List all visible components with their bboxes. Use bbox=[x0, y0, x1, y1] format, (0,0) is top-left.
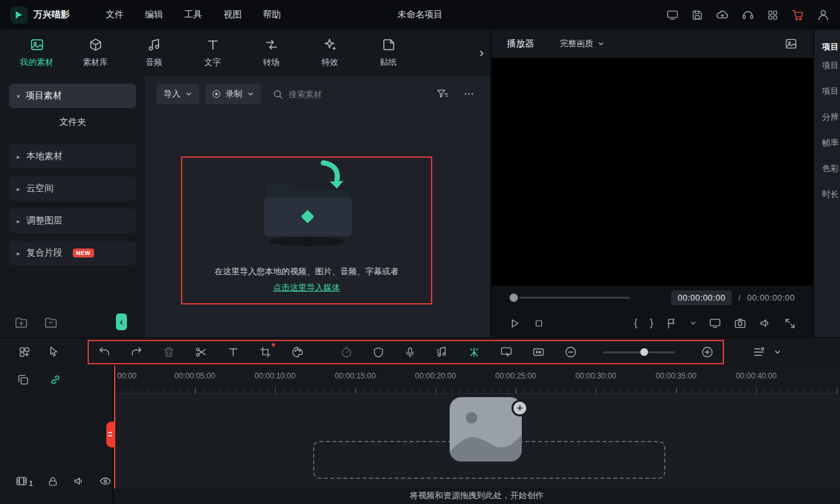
tab-label: 特效 bbox=[321, 57, 338, 68]
fit-timeline-icon[interactable] bbox=[532, 346, 545, 359]
undo-icon[interactable] bbox=[98, 346, 111, 359]
property-item[interactable]: 帧率 bbox=[814, 130, 840, 156]
property-item[interactable]: 时长 bbox=[814, 182, 840, 207]
select-tool-icon[interactable] bbox=[48, 346, 60, 359]
import-button[interactable]: 导入 bbox=[157, 84, 199, 104]
video-preview[interactable] bbox=[492, 58, 813, 286]
redo-icon[interactable] bbox=[130, 346, 143, 359]
expand-fullscreen-icon[interactable] bbox=[784, 317, 796, 330]
menu-help[interactable]: 帮助 bbox=[263, 9, 281, 21]
caret-right-icon: ▸ bbox=[17, 185, 20, 192]
color-palette-icon[interactable] bbox=[291, 346, 304, 359]
chevron-down-icon[interactable] bbox=[690, 320, 696, 326]
zoom-slider[interactable] bbox=[603, 351, 675, 353]
timeline-ruler[interactable]: 00:00 00:00:05:00 00:00:10:00 00:00:15:0… bbox=[113, 366, 840, 394]
property-item[interactable]: 分辨 bbox=[814, 104, 840, 130]
track-height-icon[interactable] bbox=[752, 346, 765, 359]
playhead-handle[interactable] bbox=[106, 422, 115, 447]
quality-dropdown[interactable]: 完整画质 bbox=[560, 38, 604, 50]
property-item[interactable]: 项目 bbox=[814, 79, 840, 104]
import-area: 在这里导入您本地的视频、图片、音频、字幕或者 点击这里导入媒体 bbox=[145, 112, 490, 337]
project-title: 未命名项目 bbox=[397, 9, 443, 21]
duplicate-clip-icon[interactable] bbox=[17, 373, 30, 386]
more-options-icon[interactable] bbox=[463, 88, 475, 100]
zoom-slider-thumb[interactable] bbox=[640, 348, 648, 356]
sidebar-item-local-media[interactable]: ▸ 本地素材 bbox=[9, 144, 136, 169]
audio-sync-icon[interactable] bbox=[435, 346, 448, 359]
screen-record-icon[interactable] bbox=[500, 346, 513, 359]
split-scissors-icon[interactable] bbox=[195, 346, 207, 359]
marker-button[interactable] bbox=[665, 317, 678, 330]
menu-tools[interactable]: 工具 bbox=[184, 9, 202, 21]
timeline-toolbar bbox=[0, 337, 840, 366]
menu-file[interactable]: 文件 bbox=[106, 9, 124, 21]
property-item[interactable]: 色彩 bbox=[814, 156, 840, 182]
preview-snapshot-icon[interactable] bbox=[785, 37, 797, 50]
sidebar-item-project-media[interactable]: ▾ 项目素材 bbox=[9, 84, 136, 108]
seek-track[interactable] bbox=[519, 297, 630, 299]
zoom-in-icon[interactable] bbox=[701, 346, 714, 359]
search-input[interactable] bbox=[289, 89, 372, 99]
tab-transitions[interactable]: 转场 bbox=[250, 37, 292, 68]
app-title: 万兴喵影 bbox=[33, 9, 70, 21]
cloud-upload-icon[interactable] bbox=[716, 8, 729, 22]
menu-edit[interactable]: 编辑 bbox=[145, 9, 163, 21]
mute-track-icon[interactable] bbox=[73, 475, 85, 487]
crop-tool-icon[interactable] bbox=[259, 346, 272, 359]
delete-icon[interactable] bbox=[162, 346, 175, 359]
snapshot-camera-icon[interactable] bbox=[734, 317, 747, 330]
filter-icon[interactable] bbox=[436, 88, 449, 100]
speed-ramp-icon[interactable] bbox=[340, 346, 353, 359]
stabilize-shield-icon[interactable] bbox=[372, 346, 385, 359]
support-headset-icon[interactable] bbox=[741, 8, 754, 21]
export-display-icon[interactable] bbox=[666, 8, 679, 21]
tab-label: 素材库 bbox=[83, 57, 108, 68]
collapse-sidebar-button[interactable]: ‹ bbox=[116, 313, 127, 330]
stock-library-icon bbox=[88, 37, 103, 52]
account-icon[interactable] bbox=[817, 8, 830, 21]
sidebar-item-compound-clip[interactable]: ▸ 复合片段 NEW bbox=[9, 241, 136, 265]
tab-my-media[interactable]: 我的素材 bbox=[15, 37, 58, 68]
sidebar-item-adjustment-layer[interactable]: ▸ 调整图层 bbox=[9, 209, 136, 233]
effects-star-icon bbox=[323, 37, 338, 52]
mark-in-button[interactable]: { bbox=[634, 317, 637, 329]
properties-panel: 项目 项目 项目 分辨 帧率 色彩 时长 bbox=[813, 30, 840, 337]
fullscreen-display-icon[interactable] bbox=[709, 317, 721, 330]
tab-stickers[interactable]: 贴纸 bbox=[367, 37, 410, 68]
main-area: 我的素材 素材库 音频 文字 转场 特效 bbox=[0, 30, 840, 337]
chevron-down-icon[interactable] bbox=[774, 349, 781, 355]
hide-track-icon[interactable] bbox=[99, 475, 111, 487]
stop-button[interactable] bbox=[533, 318, 544, 329]
new-folder-icon[interactable] bbox=[14, 315, 28, 330]
volume-icon[interactable] bbox=[759, 317, 772, 330]
menu-view[interactable]: 视图 bbox=[224, 9, 242, 21]
import-media-link[interactable]: 点击这里导入媒体 bbox=[273, 282, 340, 294]
tabbar-expand-icon[interactable]: › bbox=[479, 45, 484, 60]
sidebar-item-folder[interactable]: 文件夹 bbox=[0, 108, 145, 136]
add-media-plus-button[interactable]: + bbox=[511, 400, 528, 416]
import-highlight-box[interactable]: 在这里导入您本地的视频、图片、音频、字幕或者 点击这里导入媒体 bbox=[181, 156, 432, 304]
smart-cutout-icon[interactable] bbox=[468, 346, 481, 359]
record-button[interactable]: 录制 bbox=[205, 84, 261, 104]
save-icon[interactable] bbox=[691, 9, 703, 21]
tab-text[interactable]: 文字 bbox=[191, 37, 234, 68]
cart-icon[interactable] bbox=[791, 8, 805, 22]
property-item[interactable]: 项目 bbox=[814, 53, 840, 79]
zoom-out-icon[interactable] bbox=[564, 346, 577, 359]
link-clips-icon[interactable] bbox=[49, 373, 62, 386]
lock-track-icon[interactable] bbox=[47, 476, 59, 487]
voiceover-mic-icon[interactable] bbox=[404, 346, 416, 359]
apps-grid-icon[interactable] bbox=[767, 9, 779, 21]
sidebar-item-cloud-space[interactable]: ▸ 云空间 bbox=[9, 176, 136, 201]
track-area[interactable]: + bbox=[113, 394, 840, 488]
playhead[interactable] bbox=[114, 366, 115, 489]
delete-folder-icon[interactable] bbox=[44, 315, 58, 330]
seek-handle[interactable] bbox=[510, 294, 518, 302]
text-tool-icon[interactable] bbox=[227, 346, 240, 359]
tab-audio[interactable]: 音频 bbox=[133, 37, 175, 68]
mark-out-button[interactable]: } bbox=[650, 317, 653, 329]
play-button[interactable] bbox=[508, 317, 520, 330]
tab-stock-library[interactable]: 素材库 bbox=[74, 37, 117, 68]
tab-effects[interactable]: 特效 bbox=[309, 37, 351, 68]
track-manager-icon[interactable] bbox=[18, 346, 31, 359]
